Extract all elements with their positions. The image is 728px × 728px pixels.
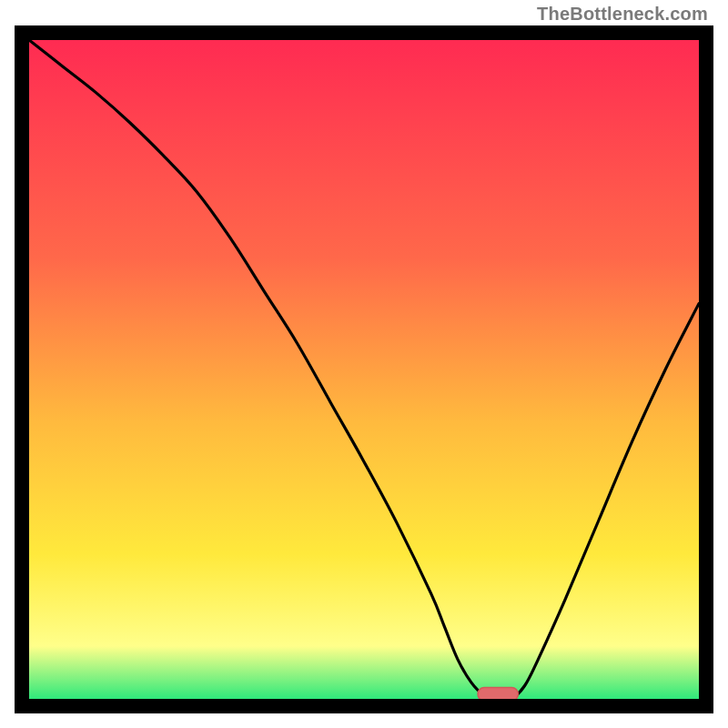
watermark-text: TheBottleneck.com (537, 4, 708, 25)
optimal-marker (478, 688, 518, 700)
bottleneck-chart (29, 40, 699, 699)
gradient-background (29, 40, 699, 699)
